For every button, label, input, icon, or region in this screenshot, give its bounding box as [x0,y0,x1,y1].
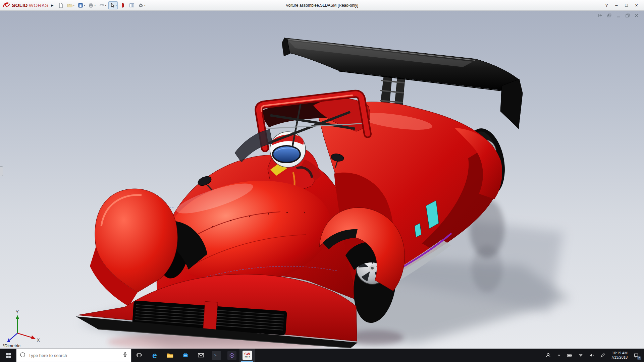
select-cursor-icon [109,2,115,8]
chevron-up-icon [556,353,561,358]
new-document-button[interactable] [57,1,65,9]
undo-caret[interactable]: ▾ [105,4,106,7]
save-icon [77,2,84,8]
solidworks-window: SOLIDWORKS ▶ ▾ [0,0,644,362]
microphone-icon[interactable] [122,352,128,359]
options-caret[interactable]: ▾ [144,4,146,7]
console-app-button[interactable]: >_ [209,349,224,362]
people-icon [545,353,551,358]
graphics-area[interactable]: Y X [0,11,644,349]
title-bar: SOLIDWORKS ▶ ▾ [0,0,644,11]
open-button[interactable]: ▾ [66,1,75,9]
menu-expand-arrow[interactable]: ▶ [51,4,54,7]
print-caret[interactable]: ▾ [94,4,96,7]
clock-date: 7/13/2018 [611,355,628,360]
close-button[interactable]: × [635,2,638,8]
rebuild-button[interactable] [119,1,127,9]
solidworks-app-icon: SW 2017 [243,351,252,360]
start-button[interactable] [0,349,16,362]
people-button[interactable] [543,349,554,362]
solidworks-app-button[interactable]: SW 2017 [239,349,255,362]
close-document-icon[interactable] [634,13,639,18]
featuremanager-flyout-tab[interactable] [0,166,3,176]
expand-panel-icon[interactable] [598,13,603,18]
restore-document-icon[interactable] [625,13,630,18]
speaker-icon [589,353,595,358]
view-orientation-label: *Dimetric [3,343,20,348]
file-explorer-button[interactable] [162,349,178,362]
store-bag-icon [182,352,189,359]
rebuild-stoplight-icon [120,2,126,8]
save-button[interactable]: ▾ [76,1,86,9]
brand-text-bold: SOLID [12,2,28,8]
action-center-button[interactable]: 2 [631,349,642,362]
battery-button[interactable] [564,349,575,362]
brand-text-light: WORKS [29,2,49,8]
edge-icon: e [152,351,157,360]
battery-icon [567,353,573,358]
system-tray: 10:19 AM 7/13/2018 2 [543,349,644,362]
windows-logo-icon [5,353,11,358]
solidworks-logo: SOLIDWORKS [3,1,49,9]
document-title: Voiture assomblee.SLDASM [Read-only] [286,3,358,8]
undo-button[interactable]: ▾ [98,1,107,9]
new-document-icon [58,2,64,8]
show-desktop-button[interactable] [642,349,644,362]
file-properties-grid-icon [129,2,135,8]
maximize-button[interactable]: □ [625,3,628,8]
mail-button[interactable] [193,349,209,362]
notification-badge: 2 [637,356,641,360]
taskbar-clock[interactable]: 10:19 AM 7/13/2018 [608,349,631,362]
minimize-button[interactable]: – [615,3,618,8]
help-button[interactable]: ? [605,3,608,8]
minimize-document-icon[interactable] [616,13,621,18]
window-controls: ? – □ × [605,2,641,8]
wifi-icon [578,353,584,358]
file-properties-button[interactable] [128,1,136,9]
console-icon: >_ [212,351,221,360]
quick-access-toolbar: ▾ ▾ ▾ [57,1,146,9]
float-window-icon[interactable] [607,13,612,18]
driver-helmet [270,132,306,167]
store-button[interactable] [178,349,193,362]
edge-button[interactable]: e [147,349,162,362]
pen-settings-button[interactable] [597,349,608,362]
select-caret[interactable]: ▾ [116,4,117,7]
undo-icon [99,2,105,8]
search-input[interactable] [29,353,119,358]
cube-app-icon [227,351,236,360]
select-tool-button[interactable]: ▾ [108,1,118,9]
mail-envelope-icon [198,353,204,358]
clock-time: 10:19 AM [612,351,628,355]
print-icon [88,2,94,8]
tray-overflow-button[interactable] [554,349,564,362]
taskbar-search-box[interactable] [16,349,131,362]
axis-x-label: X [37,338,40,343]
options-button[interactable]: ▾ [137,1,147,9]
windows-taskbar: e >_ [0,349,644,362]
print-button[interactable]: ▾ [87,1,97,9]
pen-icon [600,353,605,358]
cortana-icon [20,352,25,359]
save-caret[interactable]: ▾ [84,4,85,7]
task-view-button[interactable] [131,349,147,362]
ds-logo-icon [3,1,11,9]
3d-scene[interactable]: Y X [0,11,644,349]
volume-button[interactable] [586,349,597,362]
network-button[interactable] [575,349,586,362]
folder-icon [166,352,174,358]
open-caret[interactable]: ▾ [73,4,74,7]
document-window-controls [598,13,639,18]
axis-y-label: Y [16,309,19,314]
gear-icon [138,2,144,8]
open-folder-icon [67,2,73,8]
orientation-triad: Y X [7,309,40,343]
cad-viewer-app-button[interactable] [224,349,239,362]
